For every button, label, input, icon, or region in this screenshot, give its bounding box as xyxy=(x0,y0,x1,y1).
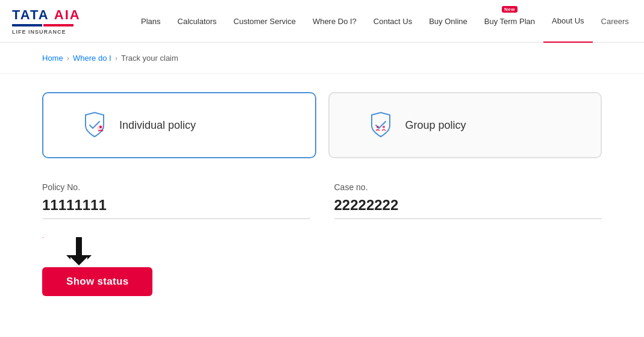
individual-policy-card[interactable]: Individual policy xyxy=(42,92,316,158)
policy-no-value: 11111111 xyxy=(42,197,310,219)
arrow-down-icon xyxy=(66,237,92,271)
breadcrumb-home[interactable]: Home xyxy=(42,54,63,63)
case-no-label: Case no. xyxy=(334,182,602,192)
case-no-group: Case no. 22222222 xyxy=(334,182,602,219)
breadcrumb-current: Track your claim xyxy=(121,54,178,63)
nav-customer-service[interactable]: Customer Service xyxy=(225,0,304,43)
group-policy-icon xyxy=(366,110,396,140)
nav-contact-us[interactable]: Contact Us xyxy=(365,0,420,43)
policy-no-label: Policy No. xyxy=(42,182,310,192)
nav-calculators[interactable]: Calculators xyxy=(169,0,225,43)
nav-where-do-i[interactable]: Where Do I? xyxy=(304,0,365,43)
header: TATA AIA LIFE INSURANCE Plans Calculator… xyxy=(0,0,644,43)
show-status-button[interactable]: Show status xyxy=(42,267,152,296)
nav-buy-online[interactable]: Buy Online xyxy=(420,0,476,43)
nav-about-us[interactable]: About Us xyxy=(543,0,592,43)
svg-point-2 xyxy=(377,126,379,128)
logo-line-red xyxy=(43,24,73,26)
fields-row: Policy No. 11111111 Case no. 22222222 xyxy=(42,182,602,219)
main-content: Individual policy Group policy Policy No… xyxy=(0,74,644,314)
logo[interactable]: TATA AIA LIFE INSURANCE xyxy=(12,7,114,35)
nav-plans[interactable]: Plans xyxy=(133,0,169,43)
logo-aia: AIA xyxy=(54,7,81,23)
breadcrumb-sep1: › xyxy=(67,54,69,63)
breadcrumb: Home › Where do I › Track your claim xyxy=(0,43,644,74)
nav-careers[interactable]: Careers xyxy=(593,0,637,43)
svg-point-1 xyxy=(99,126,102,128)
individual-policy-icon xyxy=(80,110,110,140)
breadcrumb-sep2: › xyxy=(115,54,117,63)
main-nav: Plans Calculators Customer Service Where… xyxy=(133,0,543,43)
nav-right: About Us Careers xyxy=(543,0,637,43)
small-dot: · xyxy=(42,234,44,241)
nav-buy-term-plan[interactable]: New Buy Term Plan xyxy=(476,0,543,43)
svg-rect-4 xyxy=(76,237,82,256)
logo-subtitle: LIFE INSURANCE xyxy=(12,29,66,35)
group-policy-card[interactable]: Group policy xyxy=(328,92,602,158)
group-policy-label: Group policy xyxy=(405,119,466,132)
svg-point-3 xyxy=(383,126,385,128)
breadcrumb-where-do-i[interactable]: Where do I xyxy=(73,54,111,63)
policy-card-group: Individual policy Group policy xyxy=(42,92,602,158)
logo-tata: TATA xyxy=(12,7,49,23)
individual-policy-label: Individual policy xyxy=(119,119,196,132)
policy-no-group: Policy No. 11111111 xyxy=(42,182,310,219)
show-status-area: · Show status xyxy=(42,237,602,296)
nav-buy-term-plan-label: Buy Term Plan xyxy=(484,17,535,26)
case-no-value: 22222222 xyxy=(334,197,602,219)
new-badge: New xyxy=(502,6,517,13)
logo-line-blue xyxy=(12,24,42,26)
